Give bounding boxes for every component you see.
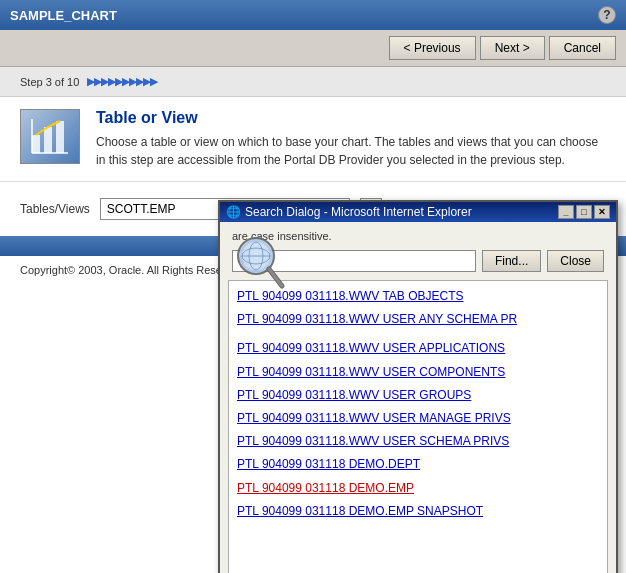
list-item[interactable]: PTL 904099 031118 DEMO.DEPT: [229, 453, 607, 476]
find-button[interactable]: Find...: [482, 250, 541, 272]
list-item[interactable]: PTL 904099 031118.WWV USER APPLICATIONS: [229, 337, 607, 360]
next-button[interactable]: Next >: [480, 36, 545, 60]
svg-line-11: [269, 269, 282, 286]
svg-rect-1: [44, 127, 52, 153]
copyright-text: Copyright© 2003, Oracle. All Rights Rese…: [20, 264, 243, 276]
dialog-title-section: 🌐 Search Dialog - Microsoft Internet Exp…: [226, 205, 472, 219]
page-header: Table or View Choose a table or view on …: [0, 97, 626, 182]
page-title: Table or View: [96, 109, 606, 127]
cancel-button[interactable]: Cancel: [549, 36, 616, 60]
list-item[interactable]: PTL 904099 031118 DEMO.EMP: [229, 477, 607, 500]
maximize-icon: □: [581, 207, 586, 217]
list-item[interactable]: PTL 904099 031118.WWV USER GROUPS: [229, 384, 607, 407]
ie-icon: 🌐: [226, 205, 241, 219]
dialog-window-buttons: _ □ ✕: [558, 205, 610, 219]
step-bar: Step 3 of 10 ▶▶▶▶▶▶▶▶▶▶: [0, 67, 626, 97]
page-icon: [20, 109, 80, 164]
list-item[interactable]: PTL 904099 031118.WWV USER MANAGE PRIVS: [229, 407, 607, 430]
list-item[interactable]: PTL 904099 031118.WWV USER SCHEMA PRIVS: [229, 430, 607, 453]
tables-views-label: Tables/Views: [20, 202, 90, 216]
dialog-results-list[interactable]: PTL 904099 031118.WWV TAB OBJECTSPTL 904…: [228, 280, 608, 573]
magnifier-icon: [228, 228, 288, 298]
minimize-icon: _: [563, 207, 568, 217]
list-item[interactable]: PTL 904099 031118 DEMO.EMP SNAPSHOT: [229, 500, 607, 523]
svg-rect-0: [32, 135, 40, 153]
close-dialog-button[interactable]: ✕: [594, 205, 610, 219]
page-title-section: Table or View Choose a table or view on …: [96, 109, 606, 169]
help-button[interactable]: ?: [598, 6, 616, 24]
maximize-button[interactable]: □: [576, 205, 592, 219]
list-item[interactable]: PTL 904099 031118.WWV USER ANY SCHEMA PR: [229, 308, 607, 331]
app-title: SAMPLE_CHART: [10, 8, 117, 23]
nav-bar: < Previous Next > Cancel: [0, 30, 626, 67]
page-description: Choose a table or view on which to base …: [96, 133, 606, 169]
step-text: Step 3 of 10: [20, 76, 79, 88]
chart-icon: [30, 117, 70, 157]
minimize-button[interactable]: _: [558, 205, 574, 219]
close-icon: ✕: [598, 207, 606, 217]
previous-button[interactable]: < Previous: [389, 36, 476, 60]
step-arrows: ▶▶▶▶▶▶▶▶▶▶: [87, 75, 157, 88]
title-bar: SAMPLE_CHART ?: [0, 0, 626, 30]
list-item[interactable]: PTL 904099 031118.WWV USER COMPONENTS: [229, 361, 607, 384]
svg-rect-2: [56, 121, 64, 153]
close-button[interactable]: Close: [547, 250, 604, 272]
dialog-title-text: Search Dialog - Microsoft Internet Explo…: [245, 205, 472, 219]
dialog-title-bar: 🌐 Search Dialog - Microsoft Internet Exp…: [220, 202, 616, 222]
